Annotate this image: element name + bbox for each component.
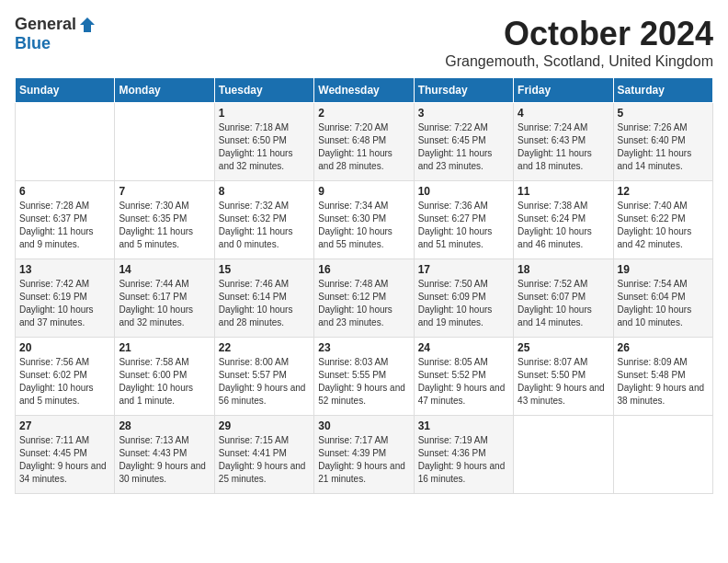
day-number: 6	[19, 185, 110, 198]
weekday-header-tuesday: Tuesday	[214, 78, 313, 103]
day-info: Sunrise: 7:46 AMSunset: 6:14 PMDaylight:…	[219, 278, 310, 329]
day-number: 18	[518, 263, 609, 276]
calendar-cell: 9Sunrise: 7:34 AMSunset: 6:30 PMDaylight…	[314, 181, 414, 259]
calendar-cell: 17Sunrise: 7:50 AMSunset: 6:09 PMDayligh…	[414, 259, 513, 338]
logo-blue-text: Blue	[15, 34, 51, 53]
day-info: Sunrise: 7:42 AMSunset: 6:19 PMDaylight:…	[19, 278, 110, 329]
day-number: 8	[219, 185, 310, 198]
day-number: 30	[318, 419, 409, 432]
week-row-5: 27Sunrise: 7:11 AMSunset: 4:45 PMDayligh…	[16, 416, 713, 494]
day-info: Sunrise: 8:05 AMSunset: 5:52 PMDaylight:…	[418, 356, 509, 408]
day-info: Sunrise: 8:09 AMSunset: 5:48 PMDaylight:…	[618, 356, 709, 408]
calendar-cell: 10Sunrise: 7:36 AMSunset: 6:27 PMDayligh…	[414, 181, 513, 259]
calendar-cell	[115, 103, 214, 181]
calendar-cell: 31Sunrise: 7:19 AMSunset: 4:36 PMDayligh…	[414, 416, 513, 494]
day-number: 2	[318, 107, 409, 120]
day-number: 9	[318, 185, 409, 198]
calendar-cell: 28Sunrise: 7:13 AMSunset: 4:43 PMDayligh…	[115, 416, 214, 494]
day-number: 26	[618, 341, 709, 354]
calendar-cell: 22Sunrise: 8:00 AMSunset: 5:57 PMDayligh…	[214, 338, 313, 416]
day-info: Sunrise: 7:44 AMSunset: 6:17 PMDaylight:…	[119, 278, 210, 329]
week-row-2: 6Sunrise: 7:28 AMSunset: 6:37 PMDaylight…	[16, 181, 713, 259]
weekday-header-monday: Monday	[115, 78, 214, 103]
day-number: 24	[418, 341, 509, 354]
day-info: Sunrise: 7:30 AMSunset: 6:35 PMDaylight:…	[119, 200, 210, 251]
weekday-header-row: SundayMondayTuesdayWednesdayThursdayFrid…	[16, 78, 713, 103]
calendar-cell: 16Sunrise: 7:48 AMSunset: 6:12 PMDayligh…	[314, 259, 414, 338]
calendar-cell: 19Sunrise: 7:54 AMSunset: 6:04 PMDayligh…	[613, 259, 712, 338]
month-title: October 2024	[445, 15, 713, 53]
week-row-3: 13Sunrise: 7:42 AMSunset: 6:19 PMDayligh…	[16, 259, 713, 338]
day-number: 5	[618, 107, 709, 120]
calendar-cell: 7Sunrise: 7:30 AMSunset: 6:35 PMDaylight…	[115, 181, 214, 259]
day-number: 31	[418, 419, 509, 432]
day-number: 23	[318, 341, 409, 354]
calendar-cell: 27Sunrise: 7:11 AMSunset: 4:45 PMDayligh…	[16, 416, 115, 494]
day-info: Sunrise: 7:32 AMSunset: 6:32 PMDaylight:…	[219, 200, 310, 251]
calendar-cell: 13Sunrise: 7:42 AMSunset: 6:19 PMDayligh…	[16, 259, 115, 338]
day-info: Sunrise: 7:36 AMSunset: 6:27 PMDaylight:…	[418, 200, 509, 251]
day-info: Sunrise: 7:38 AMSunset: 6:24 PMDaylight:…	[518, 200, 609, 251]
day-number: 28	[119, 419, 210, 432]
calendar-cell: 8Sunrise: 7:32 AMSunset: 6:32 PMDaylight…	[214, 181, 313, 259]
day-info: Sunrise: 7:28 AMSunset: 6:37 PMDaylight:…	[19, 200, 110, 251]
calendar-cell: 3Sunrise: 7:22 AMSunset: 6:45 PMDaylight…	[414, 103, 513, 181]
day-number: 29	[219, 419, 310, 432]
calendar-cell: 4Sunrise: 7:24 AMSunset: 6:43 PMDaylight…	[514, 103, 613, 181]
calendar-cell	[613, 416, 712, 494]
day-number: 1	[219, 107, 310, 120]
calendar-cell: 12Sunrise: 7:40 AMSunset: 6:22 PMDayligh…	[613, 181, 712, 259]
day-number: 15	[219, 263, 310, 276]
calendar-cell: 14Sunrise: 7:44 AMSunset: 6:17 PMDayligh…	[115, 259, 214, 338]
day-number: 4	[518, 107, 609, 120]
calendar-cell: 1Sunrise: 7:18 AMSunset: 6:50 PMDaylight…	[214, 103, 313, 181]
location: Grangemouth, Scotland, United Kingdom	[445, 53, 713, 70]
day-info: Sunrise: 7:50 AMSunset: 6:09 PMDaylight:…	[418, 278, 509, 329]
week-row-4: 20Sunrise: 7:56 AMSunset: 6:02 PMDayligh…	[16, 338, 713, 416]
day-info: Sunrise: 7:19 AMSunset: 4:36 PMDaylight:…	[418, 434, 509, 486]
calendar-cell	[514, 416, 613, 494]
day-info: Sunrise: 7:34 AMSunset: 6:30 PMDaylight:…	[318, 200, 409, 251]
calendar-cell: 26Sunrise: 8:09 AMSunset: 5:48 PMDayligh…	[613, 338, 712, 416]
calendar-cell: 6Sunrise: 7:28 AMSunset: 6:37 PMDaylight…	[16, 181, 115, 259]
day-info: Sunrise: 7:20 AMSunset: 6:48 PMDaylight:…	[318, 121, 409, 173]
day-info: Sunrise: 7:52 AMSunset: 6:07 PMDaylight:…	[518, 278, 609, 329]
weekday-header-thursday: Thursday	[414, 78, 513, 103]
day-number: 11	[518, 185, 609, 198]
day-info: Sunrise: 7:13 AMSunset: 4:43 PMDaylight:…	[119, 434, 210, 486]
day-number: 27	[19, 419, 110, 432]
calendar-cell: 23Sunrise: 8:03 AMSunset: 5:55 PMDayligh…	[314, 338, 414, 416]
day-number: 20	[19, 341, 110, 354]
title-section: October 2024 Grangemouth, Scotland, Unit…	[445, 15, 713, 70]
day-number: 14	[119, 263, 210, 276]
day-info: Sunrise: 7:48 AMSunset: 6:12 PMDaylight:…	[318, 278, 409, 329]
day-info: Sunrise: 7:22 AMSunset: 6:45 PMDaylight:…	[418, 121, 509, 173]
week-row-1: 1Sunrise: 7:18 AMSunset: 6:50 PMDaylight…	[16, 103, 713, 181]
calendar-cell	[16, 103, 115, 181]
day-info: Sunrise: 7:11 AMSunset: 4:45 PMDaylight:…	[19, 434, 110, 486]
weekday-header-sunday: Sunday	[16, 78, 115, 103]
logo-general-text: General	[15, 15, 76, 34]
day-number: 25	[518, 341, 609, 354]
calendar-cell: 18Sunrise: 7:52 AMSunset: 6:07 PMDayligh…	[514, 259, 613, 338]
day-info: Sunrise: 8:07 AMSunset: 5:50 PMDaylight:…	[518, 356, 609, 408]
day-number: 22	[219, 341, 310, 354]
day-number: 19	[618, 263, 709, 276]
calendar-cell: 25Sunrise: 8:07 AMSunset: 5:50 PMDayligh…	[514, 338, 613, 416]
day-info: Sunrise: 8:03 AMSunset: 5:55 PMDaylight:…	[318, 356, 409, 408]
day-info: Sunrise: 7:40 AMSunset: 6:22 PMDaylight:…	[618, 200, 709, 251]
day-number: 10	[418, 185, 509, 198]
day-number: 17	[418, 263, 509, 276]
day-info: Sunrise: 7:54 AMSunset: 6:04 PMDaylight:…	[618, 278, 709, 329]
svg-marker-0	[80, 17, 95, 32]
calendar-cell: 21Sunrise: 7:58 AMSunset: 6:00 PMDayligh…	[115, 338, 214, 416]
calendar-cell: 20Sunrise: 7:56 AMSunset: 6:02 PMDayligh…	[16, 338, 115, 416]
weekday-header-wednesday: Wednesday	[314, 78, 414, 103]
calendar-cell: 29Sunrise: 7:15 AMSunset: 4:41 PMDayligh…	[214, 416, 313, 494]
day-info: Sunrise: 7:26 AMSunset: 6:40 PMDaylight:…	[618, 121, 709, 173]
weekday-header-friday: Friday	[514, 78, 613, 103]
logo: General Blue	[15, 15, 97, 53]
day-info: Sunrise: 7:56 AMSunset: 6:02 PMDaylight:…	[19, 356, 110, 408]
calendar-cell: 11Sunrise: 7:38 AMSunset: 6:24 PMDayligh…	[514, 181, 613, 259]
day-number: 16	[318, 263, 409, 276]
